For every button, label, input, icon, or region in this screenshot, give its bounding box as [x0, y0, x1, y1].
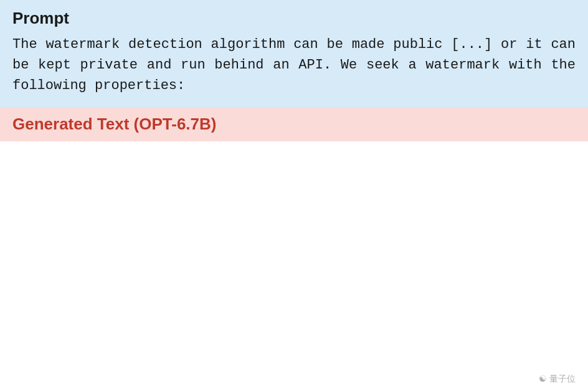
- content-section: ☯ 量子位: [0, 141, 588, 391]
- prompt-section: Prompt The watermark detection algorithm…: [0, 0, 588, 107]
- page-container: Prompt The watermark detection algorithm…: [0, 0, 588, 391]
- generated-text-title: Generated Text (OPT-6.7B): [12, 115, 576, 134]
- watermark: ☯ 量子位: [539, 374, 576, 385]
- prompt-text: The watermark detection algorithm can be…: [12, 34, 576, 96]
- prompt-title: Prompt: [12, 9, 576, 28]
- generated-text-section: Generated Text (OPT-6.7B): [0, 107, 588, 141]
